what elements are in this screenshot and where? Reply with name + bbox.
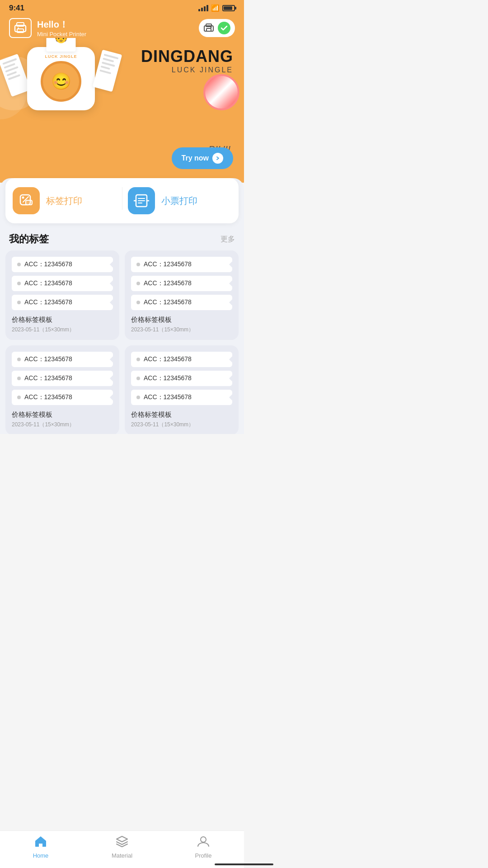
label-item: ACC：12345678 <box>131 371 232 386</box>
hero-brand: DINGDANG LUCK JINGLE <box>141 47 233 74</box>
tag-icon <box>19 193 34 208</box>
wifi-icon: 📶 <box>211 4 220 12</box>
label-card-name: 价格标签模板 <box>12 410 113 419</box>
receipt-print-label: 小票打印 <box>161 195 197 207</box>
brand-sub: LUCK JINGLE <box>141 66 233 74</box>
label-item: ACC：12345678 <box>12 257 113 272</box>
signal-icon <box>198 5 208 11</box>
label-item: ACC：12345678 <box>131 276 232 291</box>
label-item: ACC：12345678 <box>131 257 232 272</box>
label-item: ACC：12345678 <box>12 352 113 367</box>
tape-roll <box>203 74 239 110</box>
print-toggle-icon <box>203 23 214 33</box>
label-card[interactable]: ACC：12345678 ACC：12345678 ACC：12345678 价… <box>5 345 119 434</box>
label-print-icon <box>13 187 40 214</box>
label-card[interactable]: ACC：12345678 ACC：12345678 ACC：12345678 价… <box>125 250 239 340</box>
label-print-card[interactable]: 标签打印 <box>13 187 117 214</box>
label-card-name: 价格标签模板 <box>12 316 113 324</box>
svg-point-7 <box>211 27 212 28</box>
quick-actions: 标签打印 小票打印 <box>5 178 239 223</box>
receipt-print-card[interactable]: 小票打印 <box>128 187 232 214</box>
battery-icon <box>222 5 235 11</box>
printer-face-icon: 😊 <box>51 72 71 91</box>
subtitle: Mini Pocket Printer <box>37 31 86 38</box>
header-left: Hello！ Mini Pocket Printer <box>9 18 86 38</box>
label-item: ACC：12345678 <box>131 390 232 405</box>
svg-rect-3 <box>18 28 19 29</box>
brand-name: DINGDANG <box>141 47 233 66</box>
hero-section: DINGDANG LUCK JINGLE 🧒 LUCK JINGLE 😊 <box>0 38 244 183</box>
main-content: 标签打印 小票打印 我的标签 更多 ACC： <box>0 178 244 434</box>
label-print-label: 标签打印 <box>46 195 82 207</box>
connection-toggle[interactable] <box>199 19 235 37</box>
status-bar: 9:41 📶 <box>0 0 244 14</box>
label-card-meta: 2023-05-11（15×30mm） <box>12 326 113 334</box>
paper-top: 🧒 <box>47 38 76 52</box>
receipt-print-icon <box>128 187 155 214</box>
header: Hello！ Mini Pocket Printer <box>0 14 244 38</box>
status-time: 9:41 <box>9 4 24 13</box>
svg-rect-6 <box>206 28 211 31</box>
paper-right <box>93 50 122 92</box>
label-card-name: 价格标签模板 <box>131 410 232 419</box>
printer-icon-box <box>9 18 32 38</box>
label-item: ACC：12345678 <box>131 352 232 367</box>
section-title: 我的标签 <box>9 232 49 246</box>
label-card-meta: 2023-05-11（15×30mm） <box>12 421 113 429</box>
printer-body: 🧒 LUCK JINGLE 😊 <box>27 47 95 110</box>
label-item: ACC：12345678 <box>12 390 113 405</box>
try-now-label: Try now <box>182 154 209 162</box>
label-card[interactable]: ACC：12345678 ACC：12345678 ACC：12345678 价… <box>5 250 119 340</box>
label-card-meta: 2023-05-11（15×30mm） <box>131 326 232 334</box>
try-now-arrow <box>212 153 223 164</box>
label-item: ACC：12345678 <box>131 295 232 310</box>
label-items: ACC：12345678 ACC：12345678 ACC：12345678 <box>131 257 232 310</box>
label-card-meta: 2023-05-11（15×30mm） <box>131 421 232 429</box>
action-divider <box>122 187 122 210</box>
svg-point-9 <box>22 197 24 199</box>
arrow-right-icon <box>216 156 220 160</box>
label-items: ACC：12345678 ACC：12345678 ACC：12345678 <box>12 352 113 405</box>
section-header: 我的标签 更多 <box>0 223 244 250</box>
toggle-check <box>218 22 230 34</box>
receipt-icon <box>134 193 149 208</box>
label-card[interactable]: ACC：12345678 ACC：12345678 ACC：12345678 价… <box>125 345 239 434</box>
printer-hero: 🧒 LUCK JINGLE 😊 <box>27 47 95 110</box>
label-item: ACC：12345678 <box>12 276 113 291</box>
label-card-name: 价格标签模板 <box>131 316 232 324</box>
label-items: ACC：12345678 ACC：12345678 ACC：12345678 <box>12 257 113 310</box>
header-text: Hello！ Mini Pocket Printer <box>37 19 86 38</box>
printer-header-icon <box>13 22 28 34</box>
label-item: ACC：12345678 <box>12 295 113 310</box>
label-items: ACC：12345678 ACC：12345678 ACC：12345678 <box>131 352 232 405</box>
check-icon <box>221 25 228 31</box>
status-icons: 📶 <box>198 4 235 12</box>
label-grid: ACC：12345678 ACC：12345678 ACC：12345678 价… <box>0 250 244 434</box>
section-more[interactable]: 更多 <box>221 235 235 244</box>
label-item: ACC：12345678 <box>12 371 113 386</box>
try-now-button[interactable]: Try now <box>172 147 233 169</box>
greeting: Hello！ <box>37 19 86 31</box>
printer-button[interactable]: 😊 <box>41 61 81 102</box>
svg-rect-11 <box>26 200 32 205</box>
printer-label: LUCK JINGLE <box>45 54 77 59</box>
